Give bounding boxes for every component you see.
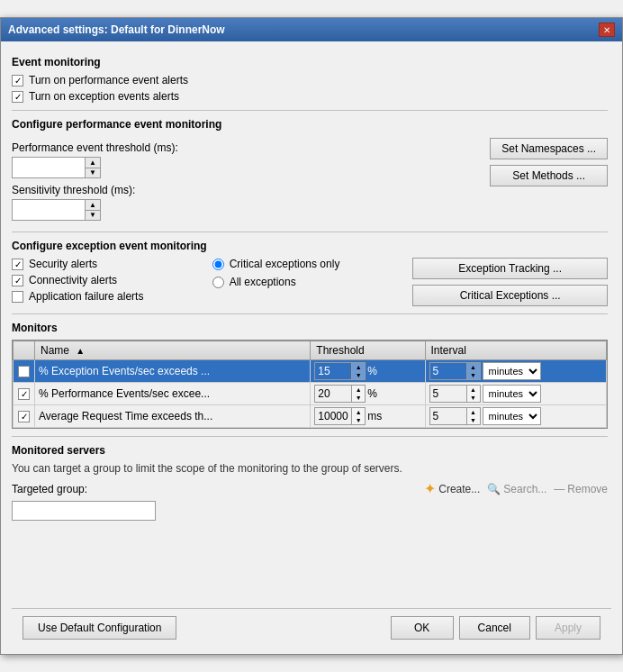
create-group-button[interactable]: ✦ Create... — [424, 480, 480, 497]
perf-threshold-label: Performance event threshold (ms): — [12, 141, 483, 154]
threshold-spinbox: ▲▼ — [314, 407, 366, 425]
row-threshold: ▲▼% — [311, 360, 425, 383]
perf-threshold-input[interactable]: 15000 — [13, 158, 85, 177]
radio-all-label: All exceptions — [230, 276, 296, 288]
sensitivity-spin-down[interactable]: ▼ — [86, 210, 100, 220]
set-namespaces-button[interactable]: Set Namespaces ... — [490, 138, 608, 159]
chk-connectivity-row: Connectivity alerts — [12, 274, 207, 286]
sort-arrow: ▲ — [76, 346, 85, 356]
exception-grid: Security alerts Connectivity alerts Appl… — [12, 258, 608, 306]
monitors-header-row: Name ▲ Threshold Interval — [14, 341, 607, 360]
sensitivity-spin-up[interactable]: ▲ — [86, 200, 100, 210]
row-checkbox[interactable] — [18, 411, 30, 422]
threshold-cell: ▲▼% — [314, 362, 420, 380]
sensitivity-spinbox-arrows: ▲ ▼ — [85, 200, 100, 220]
use-default-button[interactable]: Use Default Configuration — [23, 616, 176, 640]
bottom-bar: Use Default Configuration OK Cancel Appl… — [12, 608, 611, 647]
ok-button[interactable]: OK — [391, 616, 454, 640]
interval-spinbox: ▲▼ — [429, 407, 481, 425]
targeted-group-row: Targeted group: ✦ Create... 🔍 Search... … — [12, 480, 608, 497]
exception-tracking-button[interactable]: Exception Tracking ... — [412, 258, 608, 279]
search-group-button[interactable]: 🔍 Search... — [487, 483, 546, 495]
threshold-spin-up[interactable]: ▲ — [352, 363, 365, 371]
threshold-cell: ▲▼ms — [314, 407, 420, 425]
interval-spin-up[interactable]: ▲ — [467, 386, 480, 394]
interval-spin-down[interactable]: ▼ — [467, 371, 480, 379]
perf-spin-down[interactable]: ▼ — [86, 168, 100, 177]
row-name: % Exception Events/sec exceeds ... — [35, 360, 311, 383]
col-threshold: Threshold — [311, 341, 425, 360]
threshold-spin-down[interactable]: ▼ — [352, 371, 365, 379]
divider-4 — [12, 436, 608, 437]
threshold-input[interactable] — [315, 386, 351, 402]
interval-input[interactable] — [430, 408, 466, 424]
title-bar-buttons: ✕ — [599, 23, 615, 37]
sensitivity-spinbox: 100 ▲ ▼ — [12, 199, 101, 221]
group-input-row — [12, 501, 608, 521]
create-icon: ✦ — [424, 480, 436, 497]
row-checkbox[interactable] — [18, 388, 30, 400]
group-actions: ✦ Create... 🔍 Search... — Remove — [424, 480, 608, 497]
apply-button[interactable]: Apply — [536, 616, 600, 640]
threshold-spin-down[interactable]: ▼ — [352, 394, 365, 402]
perf-right: Set Namespaces ... Set Methods ... — [490, 136, 608, 186]
search-group-label: Search... — [503, 483, 546, 495]
chk-exc-label[interactable] — [12, 91, 23, 103]
chk-connectivity-label[interactable] — [12, 275, 23, 286]
threshold-spin-up[interactable]: ▲ — [352, 386, 365, 394]
divider-2 — [12, 232, 608, 232]
exception-checkboxes-col: Security alerts Connectivity alerts Appl… — [12, 258, 207, 306]
interval-cell: ▲▼minutes — [429, 407, 602, 425]
col-check — [14, 341, 35, 360]
interval-input[interactable] — [430, 386, 466, 402]
perf-left: Performance event threshold (ms): 15000 … — [12, 136, 483, 224]
chk-security-row: Security alerts — [12, 258, 207, 270]
interval-spin-up[interactable]: ▲ — [467, 363, 480, 371]
chk-perf-label[interactable] — [12, 75, 23, 86]
monitors-tbody: % Exception Events/sec exceeds ...▲▼%▲▼m… — [14, 360, 607, 428]
cancel-button[interactable]: Cancel — [459, 616, 530, 640]
chk-connectivity-text: Connectivity alerts — [29, 274, 117, 286]
set-methods-button[interactable]: Set Methods ... — [490, 165, 608, 186]
chk-appfailure-row: Application failure alerts — [12, 290, 207, 303]
perf-row: Performance event threshold (ms): 15000 … — [12, 136, 608, 224]
monitors-table-wrapper[interactable]: Name ▲ Threshold Interval % Exception Ev… — [12, 340, 608, 429]
interval-select[interactable]: minutes — [483, 407, 541, 425]
perf-spin-up[interactable]: ▲ — [86, 158, 100, 168]
col-name[interactable]: Name ▲ — [35, 341, 311, 360]
interval-select[interactable]: minutes — [483, 362, 541, 380]
perf-spinbox-row: 15000 ▲ ▼ — [12, 157, 483, 178]
row-threshold: ▲▼ms — [311, 405, 425, 428]
interval-spin-up[interactable]: ▲ — [467, 408, 480, 416]
radio-critical-input[interactable] — [212, 259, 224, 270]
threshold-spin-up[interactable]: ▲ — [352, 408, 365, 416]
threshold-input[interactable] — [315, 363, 351, 379]
content-area: Event monitoring Turn on performance eve… — [1, 41, 622, 654]
interval-spinbox: ▲▼ — [429, 385, 481, 403]
interval-select[interactable]: minutes — [483, 385, 541, 403]
col-name-label: Name — [41, 344, 69, 357]
interval-cell: ▲▼minutes — [429, 385, 602, 403]
event-monitoring-header: Event monitoring — [12, 56, 608, 68]
group-input[interactable] — [12, 501, 156, 521]
monitored-servers-header: Monitored servers — [12, 444, 608, 457]
exception-monitoring-header: Configure exception event monitoring — [12, 240, 608, 252]
row-checkbox[interactable] — [18, 366, 30, 377]
sensitivity-threshold-input[interactable]: 100 — [13, 200, 85, 220]
chk-security-label[interactable] — [12, 259, 23, 270]
threshold-spin-down[interactable]: ▼ — [352, 416, 365, 424]
monitors-thead: Name ▲ Threshold Interval — [14, 341, 607, 360]
threshold-input[interactable] — [315, 408, 351, 424]
close-button[interactable]: ✕ — [599, 23, 615, 37]
col-interval: Interval — [425, 341, 606, 360]
critical-exceptions-button[interactable]: Critical Exceptions ... — [412, 285, 608, 306]
interval-spin-down[interactable]: ▼ — [467, 394, 480, 402]
checkbox-row-exc: Turn on exception events alerts — [12, 90, 608, 103]
interval-input[interactable] — [430, 363, 466, 379]
chk-appfailure-label[interactable] — [12, 291, 23, 303]
table-row: Average Request Time exceeds th...▲▼ms▲▼… — [14, 405, 607, 428]
remove-group-button[interactable]: — Remove — [554, 483, 608, 495]
interval-spin-down[interactable]: ▼ — [467, 416, 480, 424]
radio-all-input[interactable] — [212, 277, 224, 288]
row-checkbox-cell — [14, 383, 35, 405]
